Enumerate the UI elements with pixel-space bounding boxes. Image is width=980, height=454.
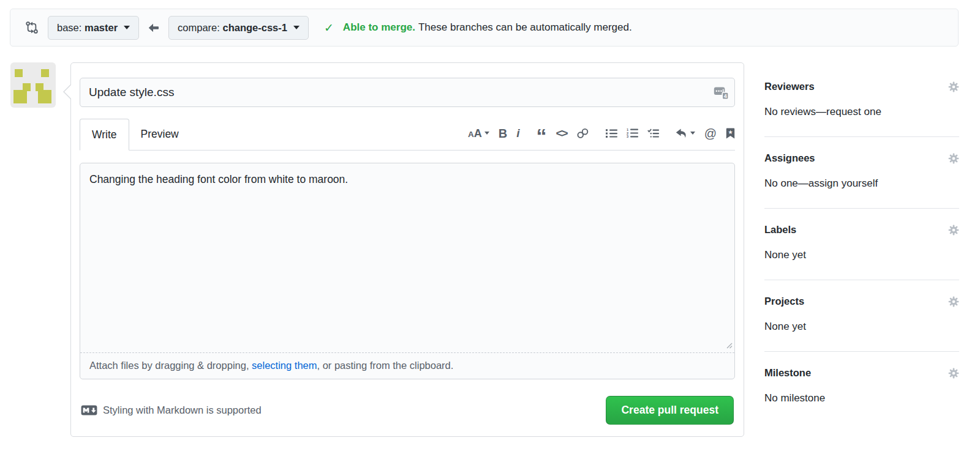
tab-preview[interactable]: Preview [129,119,190,150]
tab-write[interactable]: Write [80,119,129,151]
sidebar-section-assignees: Assignees No one—assign yourself [764,137,959,209]
compare-branch-selector[interactable]: compare: change-css-1 [168,16,309,40]
section-value: None yet [764,249,959,261]
section-title: Projects [764,296,804,307]
sidebar-section-reviewers: Reviewers No reviews—request one [764,81,959,137]
italic-icon[interactable]: i [516,127,519,139]
mention-icon[interactable]: @ [704,127,717,140]
attach-select-link[interactable]: selecting them [252,360,317,371]
toolbar-group-misc: @ ★ [676,127,735,140]
svg-text:3: 3 [627,135,628,138]
base-label: base: [57,22,81,33]
gear-icon[interactable] [948,81,959,92]
markdown-note-text: Styling with Markdown is supported [103,404,262,416]
sidebar-section-milestone: Milestone No milestone [764,352,959,423]
gear-icon[interactable] [948,153,959,164]
comment-write-box: Changing the heading font color from whi… [80,163,735,379]
section-title: Assignees [764,152,815,164]
chevron-down-icon [124,26,130,29]
section-value: No milestone [764,392,959,404]
check-icon: ✓ [324,21,334,35]
toolbar-group-text: AA B i [468,127,519,140]
code-icon[interactable]: <> [556,127,567,139]
saved-replies-icon[interactable]: 4 [714,85,729,102]
gear-icon[interactable] [948,225,959,236]
comment-body-wrap: Changing the heading font color from whi… [80,163,734,353]
saved-reply-button[interactable] [676,128,695,138]
pr-create-content: 4 Write Preview AA B i “ <> [0,47,980,437]
resize-grip-icon[interactable] [725,340,733,351]
form-footer: Styling with Markdown is supported Creat… [80,396,735,425]
base-branch-name: master [85,22,118,33]
git-compare-icon [25,21,39,34]
numbered-list-icon[interactable]: 1 2 3 [627,128,638,138]
editor-tab-bar: Write Preview AA B i “ <> [80,119,735,151]
base-branch-selector[interactable]: base: master [48,16,139,40]
avatar [10,62,56,108]
cross-reference-icon[interactable]: ★ [726,128,735,139]
create-pull-request-button[interactable]: Create pull request [606,396,734,425]
pr-body-textarea[interactable]: Changing the heading font color from whi… [80,163,734,352]
chevron-down-icon [690,132,695,135]
attach-files-bar[interactable]: Attach files by dragging & dropping, sel… [80,353,734,379]
branch-compare-bar: base: master compare: change-css-1 ✓ Abl… [10,9,959,47]
markdown-toolbar: AA B i “ <> [451,119,735,150]
section-title: Reviewers [764,81,815,92]
section-title: Labels [764,224,796,236]
merge-status-detail: These branches can be automatically merg… [418,21,632,33]
section-value: No one—assign yourself [764,177,959,190]
text-size-button[interactable]: AA [468,128,489,139]
toolbar-group-lists: 1 2 3 [606,128,659,138]
sidebar-section-projects: Projects None yet [764,280,959,352]
task-list-icon[interactable] [647,128,659,138]
gear-icon[interactable] [948,296,959,307]
section-value: No reviews—request one [764,106,959,118]
merge-status: Able to merge.These branches can be auto… [343,21,632,34]
section-title: Milestone [764,367,811,379]
compare-branch-name: change-css-1 [222,22,287,33]
compare-label: compare: [178,22,220,33]
pr-sidebar: Reviewers No reviews—request one Assigne… [764,62,959,423]
attach-text-before: Attach files by dragging & dropping, [89,360,252,371]
markdown-supported-note: Styling with Markdown is supported [81,404,262,416]
link-icon[interactable] [576,128,589,139]
bulleted-list-icon[interactable] [606,128,617,138]
merge-status-bold: Able to merge. [343,21,415,33]
arrow-left-icon [148,23,159,32]
chevron-down-icon [293,26,300,29]
chevron-down-icon [484,132,489,135]
quote-icon[interactable]: “ [536,128,546,138]
toolbar-group-blocks: “ <> [536,127,589,139]
saved-replies-count: 4 [724,93,727,99]
section-value: None yet [764,321,959,333]
svg-text:★: ★ [728,128,733,135]
gear-icon[interactable] [948,368,959,379]
title-row: 4 [80,78,735,107]
pr-form-card: 4 Write Preview AA B i “ <> [70,62,744,437]
sidebar-section-labels: Labels None yet [764,209,959,280]
markdown-icon [81,405,97,415]
bold-icon[interactable]: B [499,127,507,140]
text-size-icon: AA [468,128,482,139]
reply-icon [676,128,688,138]
pr-title-input[interactable] [80,78,735,107]
attach-text-after: , or pasting from the clipboard. [317,360,453,371]
